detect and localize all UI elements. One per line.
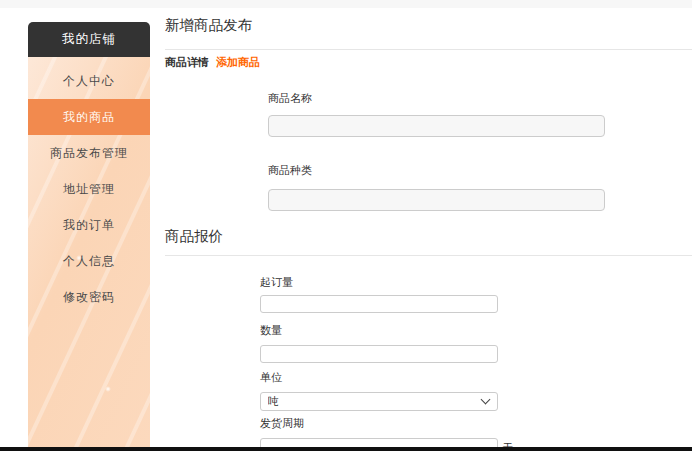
app-window: 我的店铺 个人中心 我的商品 商品发布管理 地址管理 我的订单 个人信息 修改密… [0,0,692,451]
sidebar-item-product-publish-management[interactable]: 商品发布管理 [28,135,150,171]
sidebar-title: 我的店铺 [28,22,150,57]
sidebar: 我的店铺 个人中心 我的商品 商品发布管理 地址管理 我的订单 个人信息 修改密… [28,22,150,447]
add-product-link[interactable]: 添加商品 [216,56,260,68]
product-category-input[interactable] [268,189,605,211]
unit-label: 单位 [260,370,692,383]
tab-row: 商品详情 添加商品 [165,55,692,70]
sidebar-nav: 个人中心 我的商品 商品发布管理 地址管理 我的订单 个人信息 修改密码 [28,57,150,447]
quote-section-divider [165,255,692,256]
quote-form: 起订量 数量 单位 吨 发货周期 天 [260,275,692,451]
sparkle-decoration [76,255,82,261]
sidebar-item-personal-center[interactable]: 个人中心 [28,63,150,99]
delivery-period-label: 发货周期 [260,416,692,429]
title-divider [165,49,692,50]
product-category-label: 商品种类 [268,163,692,176]
min-order-input[interactable] [260,295,498,313]
unit-select[interactable]: 吨 [260,392,498,411]
sidebar-item-my-orders[interactable]: 我的订单 [28,207,150,243]
product-name-input[interactable] [268,115,605,137]
tab-product-detail[interactable]: 商品详情 [165,56,209,68]
quantity-label: 数量 [260,323,692,336]
min-order-label: 起订量 [260,275,692,288]
sidebar-item-my-products[interactable]: 我的商品 [28,99,150,135]
quote-section-title: 商品报价 [165,227,692,246]
sparkle-decoration [105,386,111,392]
bottom-bar [0,447,692,451]
sidebar-item-personal-info[interactable]: 个人信息 [28,243,150,279]
unit-select-wrap: 吨 [260,391,498,410]
quantity-input[interactable] [260,345,498,363]
main-content: 新增商品发布 商品详情 添加商品 商品名称 商品种类 商品报价 起订量 数量 单… [165,0,692,451]
basic-info-form: 商品名称 商品种类 [268,91,692,211]
product-name-label: 商品名称 [268,91,692,104]
sidebar-item-address-management[interactable]: 地址管理 [28,171,150,207]
sidebar-item-change-password[interactable]: 修改密码 [28,279,150,315]
page-title: 新增商品发布 [165,16,692,35]
